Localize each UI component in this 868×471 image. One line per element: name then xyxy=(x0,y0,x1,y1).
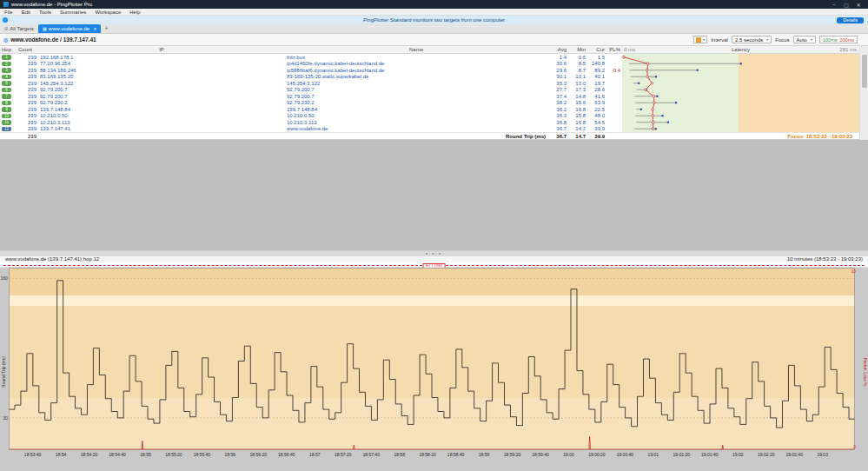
col-hop[interactable]: Hop xyxy=(0,47,12,52)
x-tick-label: 18:57:40 xyxy=(362,452,379,457)
minimize-button[interactable]: – xyxy=(828,2,840,7)
x-tick-label: 18:55:20 xyxy=(165,452,182,457)
x-tick-label: 18:58:20 xyxy=(419,452,435,457)
maximize-button[interactable]: ▢ xyxy=(840,2,852,8)
round-trip-label: Round Trip (ms) xyxy=(285,134,547,139)
cell-hop: 12 xyxy=(0,126,12,131)
close-button[interactable]: ✕ xyxy=(852,2,865,8)
color-swatch-icon xyxy=(696,37,701,43)
cell-pl: 0.4 xyxy=(606,68,622,73)
cell-name: 92.79.200.7 xyxy=(285,94,547,99)
col-name[interactable]: Name xyxy=(285,47,547,52)
x-tick-label: 18:55:40 xyxy=(194,452,210,457)
cell-name: 10.210.3.113 xyxy=(285,120,547,125)
cell-name: 145.254.3.122 xyxy=(285,81,547,86)
cell-name: ip4d1460fe.dynamic.kabel-deutschland.de xyxy=(285,61,547,66)
cell-ip: 88.134.186.246 xyxy=(38,68,285,73)
interval-label: Interval xyxy=(711,37,728,43)
cell-hop: 6 xyxy=(0,87,12,92)
new-tab-button[interactable]: + xyxy=(101,24,111,33)
cell-count: 239 xyxy=(12,120,38,125)
trace-color-picker[interactable]: ▾ xyxy=(693,36,707,43)
hop-badge-icon[interactable]: 1 xyxy=(2,55,11,60)
x-tick-label: 18:58 xyxy=(394,452,405,457)
menu-workspace[interactable]: Workspace xyxy=(90,10,125,15)
scrollbar-thumb[interactable] xyxy=(862,55,867,88)
cell-count: 239 xyxy=(12,74,38,79)
timeline-header: www.vodafone.de (139.7.147.41) hop 12 10… xyxy=(0,256,868,262)
banner-message: PingPlotter Standard monitors two target… xyxy=(0,17,868,23)
hop-badge-icon[interactable]: 4 xyxy=(2,75,11,80)
x-tick-label: 19:00 xyxy=(563,452,574,457)
latency-minigraph[interactable] xyxy=(622,54,859,132)
round-trip-cur: 39.9 xyxy=(587,134,606,139)
x-tick-label: 18:57 xyxy=(309,452,321,457)
col-avg[interactable]: Avg xyxy=(547,47,568,52)
col-pl[interactable]: PL% xyxy=(606,47,622,52)
focus-select[interactable]: Auto ▾ xyxy=(793,36,816,43)
pingplotter-window: www.vodafone.de - PingPlotter Pro – ▢ ✕ … xyxy=(0,0,868,471)
cell-min: 15.6 xyxy=(568,100,587,105)
x-tick-label: 18:57:20 xyxy=(335,452,351,457)
cell-ip: 192.168.178.1 xyxy=(38,55,285,60)
col-min[interactable]: Min xyxy=(568,47,587,52)
pane-splitter[interactable]: ● ● ● xyxy=(0,250,868,256)
details-button[interactable]: Details xyxy=(837,17,864,23)
hop-badge-icon[interactable]: 8 xyxy=(2,101,11,106)
y-axis-label: Round Trip (ms) xyxy=(1,356,6,388)
chevron-down-icon: ▾ xyxy=(766,37,768,42)
menu-help[interactable]: Help xyxy=(125,10,144,15)
menu-tools[interactable]: Tools xyxy=(35,10,56,15)
latency-scale-legend[interactable]: 100ms 200ms xyxy=(819,36,858,43)
cell-cur: 39.9 xyxy=(587,126,606,131)
tab-close-icon[interactable]: ✕ xyxy=(93,26,96,31)
cell-cur: 22.5 xyxy=(587,107,606,112)
x-tick-label: 18:56:20 xyxy=(250,452,267,457)
menu-edit[interactable]: Edit xyxy=(17,10,35,15)
timeline-graph[interactable] xyxy=(9,268,855,450)
cell-hop: 7 xyxy=(0,94,12,99)
col-ip[interactable]: IP xyxy=(38,47,285,52)
hop-badge-icon[interactable]: 7 xyxy=(2,94,11,99)
cell-avg: 30.6 xyxy=(547,61,568,66)
menu-file[interactable]: File xyxy=(0,10,17,15)
chevron-down-icon: ▾ xyxy=(811,37,812,42)
cell-cur: 1.5 xyxy=(587,55,606,60)
trace-icon: ▦ xyxy=(43,26,47,31)
table-scrollbar[interactable] xyxy=(859,46,868,140)
hop-badge-icon[interactable]: 12 xyxy=(2,127,11,132)
col-cur[interactable]: Cur xyxy=(587,47,606,52)
cell-ip: 92.79.230.2 xyxy=(38,100,285,105)
cell-min: 14.8 xyxy=(568,94,587,99)
hop-badge-icon[interactable]: 2 xyxy=(2,62,11,67)
x-tick-label: 19:03 xyxy=(817,452,828,457)
cell-ip: 139.7.147.41 xyxy=(38,126,285,131)
col-latency[interactable]: 0 ms Latency 281 ms xyxy=(622,47,859,52)
cell-ip: 77.20.96.254 xyxy=(38,61,285,66)
hop-badge-icon[interactable]: 6 xyxy=(2,88,11,93)
hop-badge-icon[interactable]: 11 xyxy=(2,120,11,125)
cell-count: 239 xyxy=(12,107,38,112)
interval-select[interactable]: 2.5 seconds ▾ xyxy=(732,36,772,43)
hop-badge-icon[interactable]: 3 xyxy=(2,68,11,73)
cell-min: 16.8 xyxy=(568,107,587,112)
target-icon: ◎ xyxy=(3,36,8,43)
latency-max-label: 281 ms xyxy=(839,47,857,52)
tab-vodafone[interactable]: ▦ www.vodafone.de ✕ xyxy=(38,24,101,33)
hop-badge-icon[interactable]: 5 xyxy=(2,81,11,86)
loss-tick-label: 0 xyxy=(853,444,856,449)
titlebar[interactable]: www.vodafone.de - PingPlotter Pro – ▢ ✕ xyxy=(0,0,868,9)
col-count[interactable]: Count xyxy=(12,47,38,52)
x-tick-label: 18:55 xyxy=(140,452,151,457)
x-tick-label: 18:59:20 xyxy=(504,452,520,457)
tab-all-targets[interactable]: ⊞ All Targets xyxy=(0,24,38,33)
menu-summaries[interactable]: Summaries xyxy=(56,10,90,15)
cell-count: 239 xyxy=(12,94,38,99)
cell-hop: 5 xyxy=(0,81,12,86)
cell-cur: 48.0 xyxy=(587,113,606,118)
hop-badge-icon[interactable]: 10 xyxy=(2,114,11,119)
cell-count: 239 xyxy=(12,55,38,60)
cell-count: 239 xyxy=(12,87,38,92)
x-tick-label: 19:01:20 xyxy=(673,452,690,457)
hop-badge-icon[interactable]: 9 xyxy=(2,107,11,112)
